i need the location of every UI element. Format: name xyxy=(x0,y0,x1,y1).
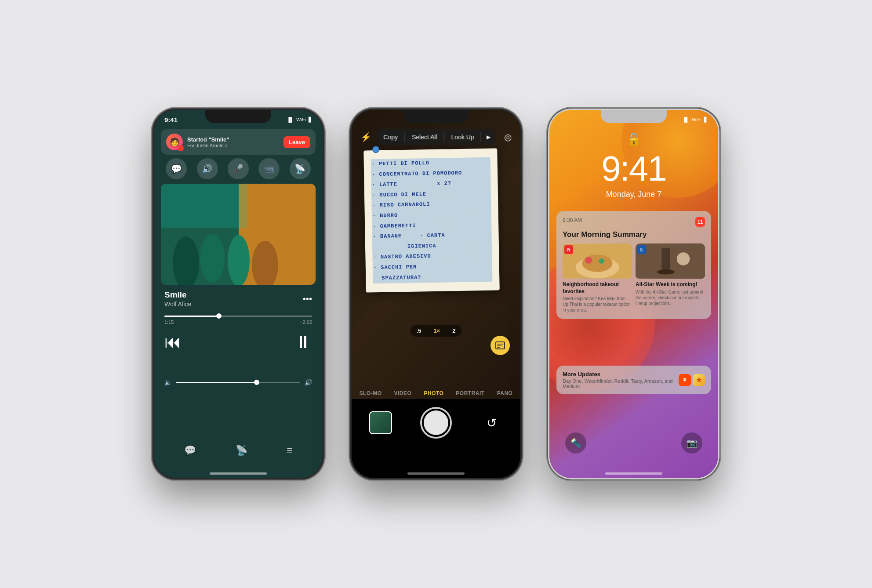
svg-rect-7 xyxy=(161,184,247,228)
news-logo-2: E xyxy=(637,245,646,254)
news-title-2: All-Star Week is coming! xyxy=(636,281,705,288)
phone-2: ⚡ ⌃ ◎ Copy Select All Look Up ▶ · PETTI … xyxy=(350,109,522,479)
notification-card[interactable]: 9:30 AM 11 Your Morning Summary N xyxy=(556,211,711,319)
banner-title: Started "Smile" xyxy=(187,136,279,143)
more-options-button[interactable]: ••• xyxy=(303,294,312,304)
more-updates-card[interactable]: More Updates Day One, WaterMinder, Reddi… xyxy=(556,366,711,394)
lock-time: 9:41 xyxy=(549,149,718,189)
camera-shortcut-button[interactable]: 📷 xyxy=(681,432,702,454)
news-grid: N Neighborhood takeout favorites Need in… xyxy=(563,243,705,313)
notif-title: Your Morning Summary xyxy=(563,230,705,239)
wifi-icon-3: WiFi xyxy=(692,117,701,122)
video-mode[interactable]: VIDEO xyxy=(394,390,412,396)
live-text-button[interactable] xyxy=(490,336,510,355)
live-photo-icon[interactable]: ◎ xyxy=(504,132,512,142)
more-arrow[interactable]: ▶ xyxy=(481,130,496,145)
time-elapsed: 1:15 xyxy=(164,319,174,325)
shareplay-banner: 🧑 ♪ Started "Smile" For Justin Arnold > … xyxy=(161,129,316,155)
audio-button[interactable]: 🔊 xyxy=(197,158,218,179)
photo-library-thumbnail[interactable] xyxy=(369,411,392,434)
news-title-1: Neighborhood takeout favorites xyxy=(563,281,632,295)
airplay-button[interactable]: 📡 xyxy=(236,445,247,456)
shutter-button[interactable] xyxy=(420,407,452,439)
bottom-controls: 💬 📡 ≡ xyxy=(164,445,312,456)
note-paper: · PETTI DI POLLO · CONCENTRATO DI POMODO… xyxy=(363,148,500,292)
status-icons-3: ▐▌ WiFi ▋ xyxy=(682,117,708,123)
flashlight-button[interactable]: 🔦 xyxy=(565,432,586,454)
album-art xyxy=(161,184,316,285)
copy-button[interactable]: Copy xyxy=(376,129,405,145)
select-all-button[interactable]: Select All xyxy=(405,129,444,145)
flip-camera-button[interactable]: ↺ xyxy=(480,411,503,434)
zoom-2x-button[interactable]: 2 xyxy=(446,325,461,337)
svg-point-15 xyxy=(585,257,592,264)
mic-button[interactable]: 🎤 xyxy=(228,158,249,179)
notch-2 xyxy=(403,110,469,123)
phone-1: 9:41 ▐▌ WiFi ▋ 🧑 ♪ Started "Smile" For J… xyxy=(153,109,324,479)
svg-point-19 xyxy=(657,269,675,275)
track-title: Smile xyxy=(164,290,191,300)
video-button[interactable]: 📹 xyxy=(258,158,280,179)
news-logo-1: N xyxy=(564,245,573,254)
time-remaining: -2:02 xyxy=(301,319,312,325)
control-icons-row: 💬 🔊 🎤 📹 📡 xyxy=(161,158,316,179)
track-details: Smile Wolf Alice xyxy=(164,290,191,308)
queue-button[interactable]: ≡ xyxy=(287,445,292,456)
slo-mo-mode[interactable]: SLO-MO xyxy=(360,390,382,396)
more-updates-desc: Day One, WaterMinder, Reddit, Tasty, Ama… xyxy=(563,378,674,389)
star-app-icon: ★ xyxy=(693,374,705,386)
volume-thumb[interactable] xyxy=(254,380,259,385)
svg-point-16 xyxy=(599,258,604,264)
volume-bar[interactable]: 🔈 🔊 xyxy=(164,379,312,386)
svg-point-23 xyxy=(683,379,684,380)
banner-subtitle: For Justin Arnold > xyxy=(187,143,279,148)
avatar: 🧑 ♪ xyxy=(166,134,183,150)
look-up-button[interactable]: Look Up xyxy=(444,129,481,145)
lock-icon: 🔓 xyxy=(627,133,641,146)
photo-mode[interactable]: PHOTO xyxy=(424,390,443,396)
svg-rect-18 xyxy=(661,248,670,269)
progress-thumb[interactable] xyxy=(216,313,222,319)
chat-button[interactable]: 💬 xyxy=(166,158,187,179)
shutter-inner xyxy=(424,410,448,435)
zoom-controls: .5 1× 2 xyxy=(411,325,462,337)
news-item-1[interactable]: N Neighborhood takeout favorites Need in… xyxy=(563,243,632,313)
rewind-button[interactable]: ⏮ xyxy=(164,333,181,352)
volume-fill xyxy=(176,382,257,383)
leave-button[interactable]: Leave xyxy=(283,136,310,148)
flash-icon[interactable]: ⚡ xyxy=(360,132,371,142)
home-indicator-1 xyxy=(210,472,267,475)
lyrics-button[interactable]: 💬 xyxy=(184,445,196,456)
pause-button[interactable]: ⏸ xyxy=(294,332,312,352)
zoom-half-button[interactable]: .5 xyxy=(411,325,428,337)
screen-1: 9:41 ▐▌ WiFi ▋ 🧑 ♪ Started "Smile" For J… xyxy=(154,110,323,478)
progress-bar[interactable]: 1:15 -2:02 xyxy=(164,316,312,325)
notif-time: 9:30 AM xyxy=(563,217,582,223)
screen-3: ▐▌ WiFi ▋ 🔓 9:41 Monday, June 7 9:30 AM … xyxy=(549,110,718,478)
volume-low-icon: 🔈 xyxy=(164,379,172,386)
camera-mode-bar: SLO-MO VIDEO PHOTO PORTRAIT PANO xyxy=(352,387,520,400)
news-image-1: N xyxy=(563,243,632,279)
music-badge: ♪ xyxy=(178,145,184,151)
track-info: Smile Wolf Alice ••• xyxy=(164,290,312,308)
news-item-2[interactable]: E All-Star Week is coming! With the All-… xyxy=(636,243,705,313)
notif-badge: 11 xyxy=(695,217,705,227)
more-app-icons: ★ xyxy=(679,374,705,386)
note-pin xyxy=(372,146,379,153)
svg-point-4 xyxy=(200,234,225,283)
more-updates-title: More Updates xyxy=(563,371,674,377)
shareplay-button[interactable]: 📡 xyxy=(290,158,311,179)
reddit-icon xyxy=(679,374,691,386)
home-indicator-2 xyxy=(407,472,465,475)
note-line-12: SPAZZATURA? xyxy=(373,271,492,283)
portrait-mode[interactable]: PORTRAIT xyxy=(456,390,484,396)
zoom-1x-button[interactable]: 1× xyxy=(427,325,446,337)
svg-point-14 xyxy=(582,254,612,272)
shutter-row: ↺ xyxy=(352,407,520,439)
pano-mode[interactable]: PANO xyxy=(497,390,513,396)
phone-3: ▐▌ WiFi ▋ 🔓 9:41 Monday, June 7 9:30 AM … xyxy=(548,109,719,479)
svg-point-20 xyxy=(677,252,690,265)
volume-high-icon: 🔊 xyxy=(305,379,312,386)
signal-icon-1: ▐▌ xyxy=(287,117,294,122)
svg-point-24 xyxy=(685,379,686,380)
